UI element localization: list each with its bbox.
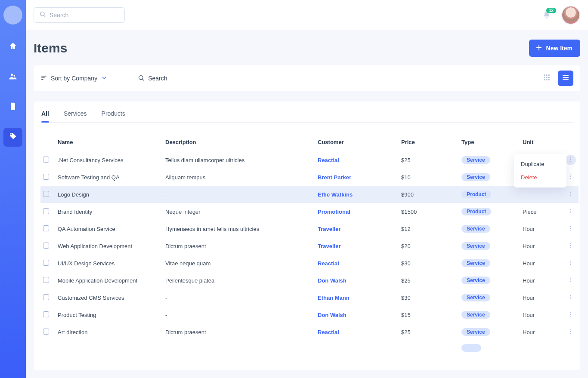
sidebar-nav: [0, 37, 26, 147]
cell-price: $25: [399, 323, 459, 341]
cell-price: $900: [399, 186, 459, 203]
svg-point-54: [570, 331, 571, 332]
customer-link[interactable]: Don Walsh: [318, 277, 347, 284]
items-table: Name Description Customer Price Type Uni…: [40, 135, 579, 355]
row-checkbox[interactable]: [43, 243, 49, 249]
cell-price: $30: [399, 289, 459, 306]
customer-link[interactable]: Traveller: [318, 243, 341, 249]
row-checkbox[interactable]: [43, 329, 49, 335]
col-description[interactable]: Description: [163, 135, 315, 151]
grid-view-toggle[interactable]: [539, 71, 554, 86]
cell-name: QA Automation Service: [55, 220, 163, 237]
table-row[interactable]: [40, 341, 579, 355]
table-row[interactable]: Product Testing-Don Walsh$15ServiceHour: [40, 306, 579, 323]
row-checkbox[interactable]: [43, 260, 49, 266]
table-row[interactable]: QA Automation ServiceHymenaeos in amet f…: [40, 220, 579, 237]
cell-unit: [520, 186, 561, 203]
cell-description: Dictum praesent: [163, 237, 315, 255]
row-actions-button[interactable]: [566, 241, 576, 251]
table-row[interactable]: .Net Consultancy ServicesTellus diam ull…: [40, 151, 579, 169]
svg-point-50: [570, 312, 571, 313]
table-row[interactable]: Brand IdentityNeque integerPromotional$1…: [40, 203, 579, 220]
row-checkbox[interactable]: [43, 191, 49, 197]
row-checkbox[interactable]: [43, 157, 49, 163]
row-checkbox[interactable]: [43, 208, 49, 214]
sort-button[interactable]: Sort by Company: [40, 74, 108, 83]
row-checkbox[interactable]: [43, 277, 49, 283]
row-actions-button[interactable]: [566, 189, 576, 200]
sidebar-item-customers[interactable]: [3, 68, 22, 86]
search-icon: [138, 74, 145, 83]
col-customer[interactable]: Customer: [315, 135, 399, 151]
row-actions-button[interactable]: [566, 172, 576, 182]
global-search[interactable]: [34, 7, 125, 23]
dots-vertical-icon: [568, 174, 574, 181]
svg-rect-12: [546, 74, 548, 76]
type-badge: Service: [461, 311, 490, 319]
global-search-input[interactable]: [50, 12, 125, 18]
cell-description: [163, 341, 315, 355]
row-actions-button[interactable]: [566, 258, 576, 268]
col-type[interactable]: Type: [459, 135, 520, 151]
col-unit[interactable]: Unit: [520, 135, 561, 151]
items-card: AllServicesProducts Name Description Cus…: [34, 101, 580, 370]
user-avatar[interactable]: [561, 6, 580, 25]
row-actions-button[interactable]: [566, 155, 576, 165]
dots-vertical-icon: [568, 329, 574, 336]
row-actions-button[interactable]: [566, 275, 576, 286]
cell-name: Software Testing and QA: [55, 169, 163, 186]
tab-services[interactable]: Services: [64, 110, 87, 122]
col-price[interactable]: Price: [399, 135, 459, 151]
new-item-button[interactable]: New Item: [529, 40, 580, 57]
row-actions-button[interactable]: [566, 224, 576, 234]
customer-link[interactable]: Don Walsh: [318, 312, 347, 318]
cell-unit: [520, 341, 561, 355]
row-checkbox[interactable]: [43, 174, 49, 180]
tab-all[interactable]: All: [41, 110, 49, 122]
cell-price: $15: [399, 306, 459, 323]
notifications-button[interactable]: 12: [542, 11, 551, 19]
cell-price: $10: [399, 169, 459, 186]
table-row[interactable]: Web Application DevelopmentDictum praese…: [40, 237, 579, 255]
row-context-menu: Duplicate Delete: [514, 154, 566, 187]
row-actions-button[interactable]: [566, 327, 576, 337]
row-actions-button[interactable]: [566, 292, 576, 303]
cell-name: Art direction: [55, 323, 163, 341]
table-row[interactable]: Art directionDictum praesentReactial$25S…: [40, 323, 579, 341]
dots-vertical-icon: [568, 277, 574, 284]
sidebar-item-items[interactable]: [3, 128, 22, 147]
tab-products[interactable]: Products: [102, 110, 125, 122]
table-row[interactable]: Mobile Application DevelopmentPellentesq…: [40, 272, 579, 289]
customer-link[interactable]: Reactial: [318, 329, 339, 335]
svg-point-25: [570, 161, 571, 162]
col-name[interactable]: Name: [55, 135, 163, 151]
row-actions-button[interactable]: [566, 310, 576, 320]
table-row[interactable]: Logo Design-Effie Watkins$900Product: [40, 186, 579, 203]
filter-search-button[interactable]: Search: [138, 74, 167, 83]
row-checkbox[interactable]: [43, 225, 49, 231]
row-checkbox[interactable]: [43, 294, 49, 300]
list-view-toggle[interactable]: [558, 71, 573, 86]
customer-link[interactable]: Reactial: [318, 157, 339, 163]
customer-link[interactable]: Traveller: [318, 226, 341, 232]
cell-price: $12: [399, 220, 459, 237]
customer-link[interactable]: Reactial: [318, 260, 339, 267]
row-checkbox[interactable]: [43, 311, 49, 317]
table-row[interactable]: Software Testing and QAAliquam tempusBre…: [40, 169, 579, 186]
row-actions-button[interactable]: [566, 206, 576, 217]
customer-link[interactable]: Promotional: [318, 209, 350, 215]
app-logo[interactable]: [3, 6, 22, 25]
svg-rect-11: [544, 74, 545, 76]
customer-link[interactable]: Ethan Mann: [318, 295, 350, 301]
cell-unit: Piece: [520, 203, 561, 220]
menu-delete[interactable]: Delete: [514, 171, 566, 184]
sidebar-item-home[interactable]: [3, 37, 22, 56]
sidebar-item-invoices[interactable]: [3, 98, 22, 117]
customer-link[interactable]: Brent Parker: [318, 174, 351, 181]
sort-label: Sort by Company: [51, 75, 97, 82]
menu-duplicate[interactable]: Duplicate: [514, 157, 566, 171]
table-row[interactable]: UI/UX Design ServicesVitae neque quamRea…: [40, 255, 579, 272]
table-row[interactable]: Customized CMS Services-Ethan Mann$30Ser…: [40, 289, 579, 306]
customer-link[interactable]: Effie Watkins: [318, 191, 353, 198]
cell-description: Neque integer: [163, 203, 315, 220]
